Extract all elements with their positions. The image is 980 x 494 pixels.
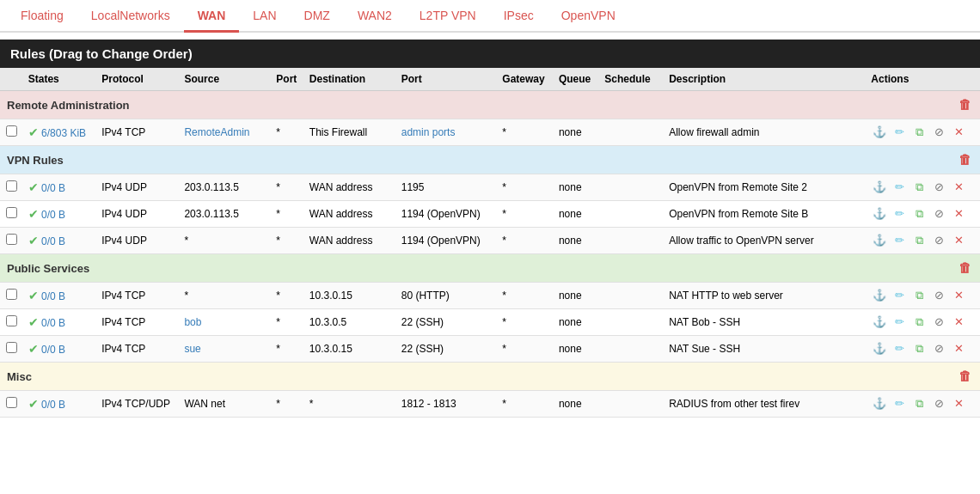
edit-icon[interactable]: ✏ <box>891 179 908 196</box>
row-description: NAT HTTP to web server <box>664 283 866 309</box>
row-destination: 10.3.0.15 <box>304 283 396 309</box>
anchor-icon[interactable]: ⚓ <box>871 205 888 223</box>
states-link[interactable]: 0/0 B <box>41 344 65 356</box>
disable-icon[interactable]: ⊘ <box>930 232 947 249</box>
dstport-link[interactable]: admin ports <box>401 126 456 138</box>
tab-l2tpvpn[interactable]: L2TP VPN <box>406 0 490 31</box>
delete-icon[interactable]: ✕ <box>950 232 967 249</box>
disable-icon[interactable]: ⊘ <box>930 395 947 412</box>
tab-lan[interactable]: LAN <box>239 0 290 31</box>
disable-icon[interactable]: ⊘ <box>930 124 947 141</box>
copy-icon[interactable]: ⧉ <box>910 124 928 141</box>
edit-icon[interactable]: ✏ <box>891 340 908 357</box>
anchor-icon[interactable]: ⚓ <box>871 395 888 412</box>
row-schedule <box>599 336 664 363</box>
edit-icon[interactable]: ✏ <box>891 124 908 141</box>
copy-icon[interactable]: ⧉ <box>910 340 928 357</box>
disable-icon[interactable]: ⊘ <box>930 205 947 223</box>
source-link[interactable]: bob <box>184 316 201 328</box>
row-checkbox[interactable] <box>0 201 23 228</box>
copy-icon[interactable]: ⧉ <box>910 179 928 196</box>
states-link[interactable]: 0/0 B <box>41 399 65 411</box>
tab-wan2[interactable]: WAN2 <box>344 0 406 31</box>
anchor-icon[interactable]: ⚓ <box>871 340 888 357</box>
anchor-icon[interactable]: ⚓ <box>871 124 888 141</box>
section-title: Rules (Drag to Change Order) <box>0 40 980 68</box>
row-protocol: IPv4 UDP <box>96 174 179 201</box>
tab-openvpn[interactable]: OpenVPN <box>548 0 629 31</box>
row-source: 203.0.113.5 <box>179 174 271 201</box>
disable-icon[interactable]: ⊘ <box>930 287 947 304</box>
delete-group-vpn-icon[interactable]: 🗑 <box>956 151 973 168</box>
row-destination: 10.3.0.5 <box>304 309 396 336</box>
row-checkbox[interactable] <box>0 228 23 254</box>
states-link[interactable]: 0/0 B <box>41 209 65 221</box>
delete-icon[interactable]: ✕ <box>950 205 967 223</box>
tab-floating[interactable]: Floating <box>7 0 77 31</box>
tab-wan[interactable]: WAN <box>184 0 240 31</box>
row-dstport: 80 (HTTP) <box>396 283 498 309</box>
delete-icon[interactable]: ✕ <box>950 179 967 196</box>
table-row: ✔ 0/0 B IPv4 UDP * * WAN address 1194 (O… <box>0 228 980 254</box>
tab-dmz[interactable]: DMZ <box>291 0 344 31</box>
row-gateway: * <box>497 309 554 336</box>
states-link[interactable]: 0/0 B <box>41 235 65 247</box>
edit-icon[interactable]: ✏ <box>891 287 908 304</box>
delete-icon[interactable]: ✕ <box>950 314 967 331</box>
delete-icon[interactable]: ✕ <box>950 124 967 141</box>
copy-icon[interactable]: ⧉ <box>910 287 928 304</box>
edit-icon[interactable]: ✏ <box>891 205 908 223</box>
copy-icon[interactable]: ⧉ <box>910 395 928 412</box>
states-link[interactable]: 0/0 B <box>41 182 65 194</box>
copy-icon[interactable]: ⧉ <box>910 205 928 223</box>
disable-icon[interactable]: ⊘ <box>930 340 947 357</box>
enabled-icon: ✔ <box>28 397 39 411</box>
group-row-misc: Misc 🗑 <box>0 363 980 391</box>
anchor-icon[interactable]: ⚓ <box>871 314 888 331</box>
row-actions: ⚓ ✏ ⧉ ⊘ ✕ <box>866 391 980 418</box>
states-link[interactable]: 6/803 KiB <box>41 127 86 139</box>
states-link[interactable]: 0/0 B <box>41 290 65 302</box>
delete-icon[interactable]: ✕ <box>950 395 967 412</box>
row-schedule <box>599 283 664 309</box>
row-protocol: IPv4 UDP <box>96 228 179 254</box>
copy-icon[interactable]: ⧉ <box>910 314 928 331</box>
states-link[interactable]: 0/0 B <box>41 317 65 329</box>
edit-icon[interactable]: ✏ <box>891 314 908 331</box>
row-checkbox[interactable] <box>0 174 23 201</box>
row-gateway: * <box>497 119 554 146</box>
anchor-icon[interactable]: ⚓ <box>871 232 888 249</box>
delete-icon[interactable]: ✕ <box>950 287 967 304</box>
row-states: ✔ 0/0 B <box>23 201 97 228</box>
source-link[interactable]: sue <box>184 343 200 355</box>
row-destination: WAN address <box>304 201 396 228</box>
anchor-icon[interactable]: ⚓ <box>871 179 888 196</box>
source-link[interactable]: RemoteAdmin <box>184 126 249 138</box>
row-queue: none <box>554 391 599 418</box>
row-actions: ⚓ ✏ ⧉ ⊘ ✕ <box>866 228 980 254</box>
disable-icon[interactable]: ⊘ <box>930 314 947 331</box>
group-trash-public-services: 🗑 <box>866 254 980 283</box>
delete-group-remote-admin-icon[interactable]: 🗑 <box>956 96 973 113</box>
disable-icon[interactable]: ⊘ <box>930 179 947 196</box>
rules-table: States Protocol Source Port Destination … <box>0 68 980 418</box>
row-schedule <box>599 391 664 418</box>
edit-icon[interactable]: ✏ <box>891 232 908 249</box>
delete-group-misc-icon[interactable]: 🗑 <box>956 368 973 385</box>
delete-icon[interactable]: ✕ <box>950 340 967 357</box>
row-schedule <box>599 228 664 254</box>
row-schedule <box>599 174 664 201</box>
anchor-icon[interactable]: ⚓ <box>871 287 888 304</box>
edit-icon[interactable]: ✏ <box>891 395 908 412</box>
row-checkbox[interactable] <box>0 336 23 363</box>
copy-icon[interactable]: ⧉ <box>910 232 928 249</box>
row-srcport: * <box>271 174 303 201</box>
row-checkbox[interactable] <box>0 283 23 309</box>
row-checkbox[interactable] <box>0 309 23 336</box>
tab-ipsec[interactable]: IPsec <box>490 0 548 31</box>
row-checkbox[interactable] <box>0 119 23 146</box>
tab-localnetworks[interactable]: LocalNetworks <box>77 0 184 31</box>
delete-group-public-icon[interactable]: 🗑 <box>956 259 973 277</box>
row-schedule <box>599 119 664 146</box>
row-checkbox[interactable] <box>0 391 23 418</box>
